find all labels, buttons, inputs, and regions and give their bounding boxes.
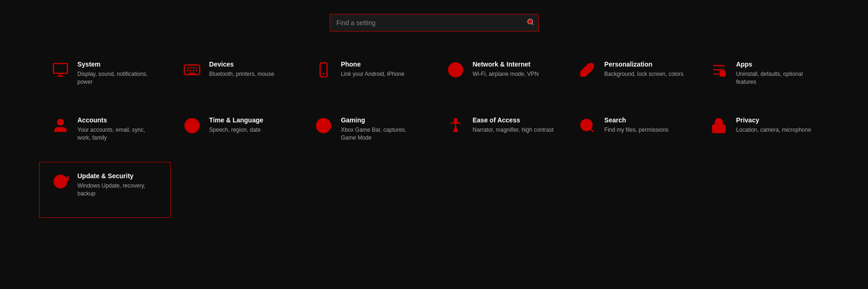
svg-rect-2 bbox=[53, 64, 67, 74]
setting-desc-devices: Bluetooth, printers, mouse bbox=[209, 70, 274, 78]
setting-title-ease: Ease of Access bbox=[473, 116, 554, 124]
search-input[interactable] bbox=[330, 14, 539, 32]
setting-item-time[interactable]: Time & Language Speech, region, date bbox=[171, 106, 302, 162]
settings-grid: System Display, sound, notifications, po… bbox=[39, 50, 829, 218]
controller-icon bbox=[314, 116, 333, 135]
keyboard-icon bbox=[182, 60, 202, 80]
setting-item-gaming[interactable]: Gaming Xbox Game Bar, captures, Game Mod… bbox=[302, 106, 434, 162]
setting-desc-phone: Link your Android, iPhone bbox=[341, 70, 404, 78]
setting-item-phone[interactable]: Phone Link your Android, iPhone bbox=[302, 50, 434, 106]
setting-item-privacy[interactable]: Privacy Location, camera, microphone bbox=[697, 106, 829, 162]
setting-title-privacy: Privacy bbox=[736, 116, 811, 124]
accessibility-icon bbox=[446, 116, 465, 135]
setting-desc-ease: Narrator, magnifier, high contrast bbox=[473, 126, 554, 134]
globe-icon bbox=[446, 60, 465, 80]
setting-item-search[interactable]: Search Find my files, permissions bbox=[566, 106, 697, 162]
svg-rect-23 bbox=[720, 71, 725, 76]
setting-desc-time: Speech, region, date bbox=[209, 126, 263, 134]
setting-item-network[interactable]: Network & Internet Wi-Fi, airplane mode,… bbox=[434, 50, 566, 106]
setting-title-update: Update & Security bbox=[78, 172, 159, 180]
setting-title-accounts: Accounts bbox=[78, 116, 159, 124]
setting-text-personalization: Personalization Background, lock screen,… bbox=[604, 60, 683, 78]
setting-text-time: Time & Language Speech, region, date bbox=[209, 116, 263, 134]
setting-title-gaming: Gaming bbox=[341, 116, 422, 124]
setting-item-personalization[interactable]: Personalization Background, lock screen,… bbox=[566, 50, 697, 106]
setting-desc-search: Find my files, permissions bbox=[604, 126, 669, 134]
setting-text-update: Update & Security Windows Update, recove… bbox=[78, 172, 159, 198]
setting-desc-personalization: Background, lock screen, colors bbox=[604, 70, 683, 78]
setting-text-accounts: Accounts Your accounts, email, sync, wor… bbox=[78, 116, 159, 142]
brush-icon bbox=[577, 60, 597, 80]
svg-point-24 bbox=[58, 120, 63, 125]
person-icon bbox=[51, 116, 70, 135]
svg-point-28 bbox=[454, 119, 457, 121]
setting-desc-apps: Uninstall, defaults, optional features bbox=[736, 70, 817, 86]
setting-text-network: Network & Internet Wi-Fi, airplane mode,… bbox=[473, 60, 539, 78]
svg-rect-31 bbox=[713, 125, 725, 133]
monitor-icon bbox=[51, 60, 70, 80]
setting-title-devices: Devices bbox=[209, 60, 274, 68]
setting-text-privacy: Privacy Location, camera, microphone bbox=[736, 116, 811, 134]
setting-item-ease[interactable]: Ease of Access Narrator, magnifier, high… bbox=[434, 106, 566, 162]
svg-line-1 bbox=[532, 23, 533, 25]
search-icon bbox=[577, 116, 597, 135]
phone-icon bbox=[314, 60, 333, 80]
setting-text-phone: Phone Link your Android, iPhone bbox=[341, 60, 404, 78]
setting-item-update[interactable]: Update & Security Windows Update, recove… bbox=[39, 162, 171, 218]
setting-text-devices: Devices Bluetooth, printers, mouse bbox=[209, 60, 274, 78]
setting-desc-gaming: Xbox Game Bar, captures, Game Mode bbox=[341, 126, 422, 142]
lock-icon bbox=[709, 116, 729, 135]
apps-icon bbox=[709, 60, 729, 80]
refresh-icon bbox=[51, 172, 70, 191]
search-container bbox=[330, 14, 539, 32]
setting-desc-system: Display, sound, notifications, power bbox=[78, 70, 159, 86]
setting-title-network: Network & Internet bbox=[473, 60, 539, 68]
clock-icon bbox=[182, 116, 202, 135]
setting-item-accounts[interactable]: Accounts Your accounts, email, sync, wor… bbox=[39, 106, 171, 162]
setting-title-time: Time & Language bbox=[209, 116, 263, 124]
search-button[interactable] bbox=[527, 18, 534, 27]
setting-title-phone: Phone bbox=[341, 60, 404, 68]
setting-title-system: System bbox=[78, 60, 159, 68]
setting-item-system[interactable]: System Display, sound, notifications, po… bbox=[39, 50, 171, 106]
setting-desc-privacy: Location, camera, microphone bbox=[736, 126, 811, 134]
setting-title-search: Search bbox=[604, 116, 669, 124]
svg-point-29 bbox=[581, 120, 592, 131]
setting-desc-update: Windows Update, recovery, backup bbox=[78, 182, 159, 198]
setting-item-devices[interactable]: Devices Bluetooth, printers, mouse bbox=[171, 50, 302, 106]
setting-desc-accounts: Your accounts, email, sync, work, family bbox=[78, 126, 159, 142]
setting-text-gaming: Gaming Xbox Game Bar, captures, Game Mod… bbox=[341, 116, 422, 142]
setting-text-ease: Ease of Access Narrator, magnifier, high… bbox=[473, 116, 554, 134]
setting-title-personalization: Personalization bbox=[604, 60, 683, 68]
setting-text-apps: Apps Uninstall, defaults, optional featu… bbox=[736, 60, 817, 86]
setting-item-apps[interactable]: Apps Uninstall, defaults, optional featu… bbox=[697, 50, 829, 106]
svg-line-30 bbox=[590, 129, 594, 132]
setting-title-apps: Apps bbox=[736, 60, 817, 68]
setting-text-search: Search Find my files, permissions bbox=[604, 116, 669, 134]
setting-text-system: System Display, sound, notifications, po… bbox=[78, 60, 159, 86]
setting-desc-network: Wi-Fi, airplane mode, VPN bbox=[473, 70, 539, 78]
